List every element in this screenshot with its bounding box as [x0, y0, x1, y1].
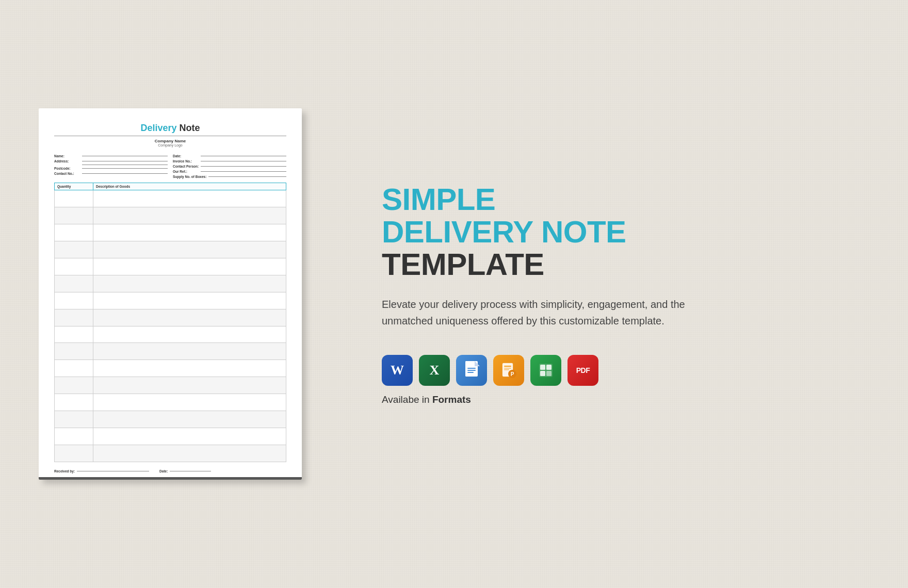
svg-rect-10 — [504, 369, 509, 370]
formats-label-normal: Availabe in — [382, 394, 432, 405]
received-by-label: Received by: — [54, 469, 75, 473]
footer-received-by: Received by: — [54, 469, 149, 473]
doc-title: Delivery Note — [54, 123, 286, 134]
company-logo: Company Logo — [54, 143, 286, 147]
svg-rect-5 — [467, 372, 474, 373]
field-supply-boxes: Supply No. of Boxes: — [173, 175, 286, 178]
table-row — [55, 445, 286, 462]
table-row — [55, 411, 286, 428]
svg-rect-14 — [540, 365, 545, 370]
col-description: Description of Goods — [93, 183, 286, 190]
table-row — [55, 275, 286, 292]
fields-left-col: Name: Address: Postcode: — [54, 154, 168, 178]
fields-right-col: Date: Invoice No.: Contact Person: Our R… — [173, 154, 286, 178]
svg-rect-17 — [546, 371, 552, 376]
field-contact-person: Contact Person: — [173, 165, 286, 168]
svg-rect-16 — [540, 371, 545, 376]
pages-icon[interactable]: P — [493, 355, 524, 386]
promo-description: Elevate your delivery process with simpl… — [382, 296, 702, 329]
title-note: Note — [177, 123, 200, 133]
table-row — [55, 428, 286, 445]
table-row — [55, 258, 286, 275]
svg-rect-4 — [467, 370, 476, 371]
table-row — [55, 309, 286, 326]
numbers-icon[interactable] — [530, 355, 561, 386]
document-preview: Delivery Note Company Name Company Logo … — [39, 108, 302, 480]
title-delivery: Delivery — [140, 123, 176, 133]
table-row — [55, 292, 286, 309]
promo-title: SIMPLE DELIVERY NOTE TEMPLATE — [382, 183, 867, 281]
table-row — [55, 224, 286, 241]
table-row — [55, 394, 286, 411]
field-postcode: Postcode: — [54, 167, 168, 170]
word-icon[interactable]: W — [382, 355, 413, 386]
document-wrapper: Delivery Note Company Name Company Logo … — [39, 108, 302, 480]
doc-header: Delivery Note Company Name Company Logo — [54, 123, 286, 152]
svg-text:P: P — [511, 371, 514, 377]
field-invoice: Invoice No.: — [173, 159, 286, 163]
table-row — [55, 343, 286, 360]
goods-table: Quantity Description of Goods — [54, 183, 286, 462]
field-address2 — [54, 165, 168, 165]
field-name: Name: — [54, 154, 168, 158]
table-row — [55, 241, 286, 258]
col-quantity: Quantity — [55, 183, 93, 190]
svg-rect-8 — [504, 366, 511, 367]
table-row — [55, 190, 286, 207]
formats-label: Availabe in Formats — [382, 394, 867, 405]
doc-bottom-bar — [39, 477, 302, 480]
footer-date-label: Date: — [159, 469, 168, 473]
field-our-ref: Our Ref.: — [173, 170, 286, 173]
promo-title-line3: TEMPLATE — [382, 248, 867, 281]
table-row — [55, 207, 286, 224]
formats-section: W X — [382, 355, 867, 405]
svg-rect-9 — [504, 368, 511, 369]
left-panel: Delivery Note Company Name Company Logo … — [0, 0, 340, 588]
formats-label-bold: Formats — [432, 394, 471, 405]
pdf-icon[interactable]: PDF — [568, 355, 598, 386]
excel-icon[interactable]: X — [419, 355, 450, 386]
field-address: Address: — [54, 159, 168, 163]
field-date: Date: — [173, 154, 286, 158]
right-panel: SIMPLE DELIVERY NOTE TEMPLATE Elevate yo… — [340, 0, 908, 588]
doc-fields: Name: Address: Postcode: — [54, 154, 286, 178]
promo-title-line2: DELIVERY NOTE — [382, 216, 867, 248]
svg-rect-3 — [467, 368, 476, 369]
table-row — [55, 377, 286, 394]
format-icons: W X — [382, 355, 867, 386]
table-row — [55, 360, 286, 377]
field-contact-no: Contact No.: — [54, 172, 168, 175]
doc-footer: Received by: Date: — [54, 469, 286, 473]
company-name: Company Name — [54, 139, 286, 143]
svg-rect-15 — [546, 365, 552, 370]
doc-divider — [54, 136, 286, 136]
google-docs-icon[interactable] — [456, 355, 487, 386]
promo-title-line1: SIMPLE — [382, 183, 867, 216]
footer-date: Date: — [159, 469, 211, 473]
table-row — [55, 326, 286, 343]
